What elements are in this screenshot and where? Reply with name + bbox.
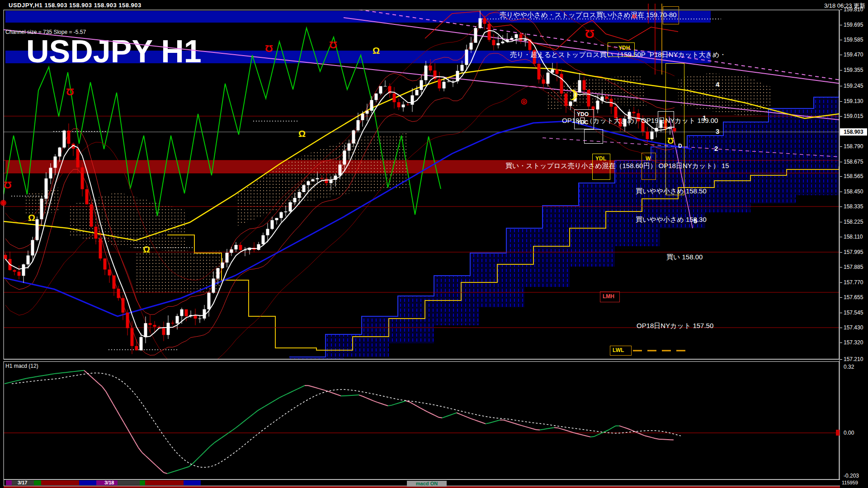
price-tick-label: 157.320 [844, 339, 863, 346]
price-tick-mark [840, 359, 842, 360]
session-segment [145, 480, 184, 485]
price-tick-mark [840, 206, 842, 207]
trading-chart-window: USDJPY,H1 158.903 158.903 158.903 158.90… [0, 0, 868, 488]
price-tick-label: 159.130 [844, 98, 863, 104]
price-tick-label: 159.810 [844, 6, 863, 13]
macd-tick-label: 0.32 [844, 364, 854, 370]
price-tick-label: 159.245 [844, 83, 863, 89]
price-tick-label: 159.695 [844, 22, 863, 28]
price-tick-mark [840, 252, 842, 253]
price-tick-mark [840, 222, 842, 222]
price-tick-label: 158.790 [844, 143, 863, 150]
session-segment [6, 480, 12, 485]
price-tick-mark [840, 282, 842, 283]
macd-tick-label: 0.00 [844, 430, 854, 436]
price-tick-label: 158.675 [844, 159, 863, 165]
price-tick-mark [840, 176, 842, 177]
price-tick-mark [840, 237, 842, 237]
session-segment [184, 480, 201, 485]
price-tick-mark [840, 343, 842, 343]
price-axis[interactable]: 159.810159.695159.585159.470159.355159.2… [840, 10, 868, 488]
channel-info: Channel size = 735 Slope = -5.57 [5, 29, 86, 35]
session-segment [118, 480, 140, 485]
price-tick-label: 157.995 [844, 249, 863, 255]
current-price-tag: 158.903 [840, 128, 867, 136]
price-tick-label: 159.585 [844, 37, 863, 43]
session-segment [79, 480, 96, 485]
indicator-label: H1 macd (12) [5, 363, 38, 369]
session-segment [34, 480, 41, 485]
price-tick-mark [840, 328, 842, 328]
price-tick-mark [840, 162, 842, 162]
price-tick-label: 159.470 [844, 52, 863, 58]
price-tick-label: 158.225 [844, 219, 863, 225]
price-tick-label: 157.885 [844, 264, 863, 270]
macd-toggle-button[interactable]: macd ON [407, 481, 447, 487]
price-tick-mark [840, 146, 842, 147]
price-tick-mark [840, 55, 842, 55]
price-tick-mark [840, 40, 842, 40]
volume-readout: 115959 [842, 480, 858, 485]
price-tick-mark [840, 25, 842, 25]
price-tick-mark [840, 116, 842, 117]
price-tick-label: 157.545 [844, 310, 863, 316]
price-tick-label: 158.110 [844, 234, 863, 240]
price-tick-label: 158.565 [844, 173, 863, 179]
price-tick-label: 157.430 [844, 324, 863, 331]
price-tick-mark [840, 86, 842, 86]
price-tick-label: 157.770 [844, 279, 863, 286]
price-tick-mark [840, 9, 842, 10]
price-tick-label: 157.210 [844, 356, 863, 362]
price-tick-label: 159.015 [844, 113, 863, 119]
date-label: 3/18 [104, 480, 114, 485]
price-tick-label: 159.355 [844, 67, 863, 73]
price-tick-mark [840, 313, 842, 313]
session-segment [41, 480, 79, 485]
price-tick-mark [840, 297, 842, 298]
price-tick-label: 157.655 [844, 294, 863, 300]
price-tick-mark [840, 192, 842, 192]
price-tick-mark [840, 267, 842, 267]
chart-watermark: USDJPY H1 [26, 34, 202, 69]
session-segment [140, 480, 145, 485]
date-label: 3/17 [18, 480, 27, 485]
chart-surface[interactable]: USDJPY H1 [0, 0, 868, 488]
price-tick-mark [840, 101, 842, 102]
price-tick-label: 158.450 [844, 188, 863, 195]
price-tick-mark [840, 70, 842, 70]
price-tick-label: 158.335 [844, 203, 863, 210]
macd-tick-label: -0.203 [844, 473, 859, 479]
